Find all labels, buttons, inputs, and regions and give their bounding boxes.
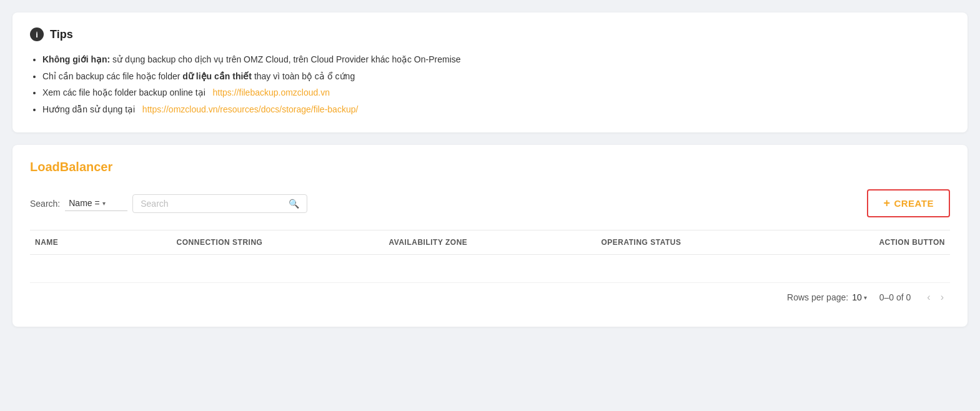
col-operating-status: OPERATING STATUS	[596, 238, 808, 247]
chevron-down-icon: ▾	[102, 200, 106, 207]
list-item: Không giới hạn: sử dụng backup cho dịch …	[42, 51, 950, 68]
rows-per-page: Rows per page: 10 ▾	[787, 292, 867, 302]
rows-value: 10	[852, 292, 862, 302]
search-label: Search:	[30, 199, 60, 209]
next-page-button[interactable]: ›	[937, 290, 948, 304]
section-title: LoadBalancer	[30, 160, 950, 174]
tips-card: i Tips Không giới hạn: sử dụng backup ch…	[12, 12, 968, 132]
tip-text-1: sử dụng backup cho dịch vụ trên OMZ Clou…	[112, 54, 460, 64]
main-card: LoadBalancer Search: Name = ▾ 🔍 + CREATE…	[12, 145, 968, 327]
rows-per-page-label: Rows per page:	[787, 292, 848, 302]
list-item: Chỉ cần backup các file hoặc folder dữ l…	[42, 68, 950, 85]
pagination-range: 0–0 of 0	[879, 292, 911, 302]
rows-per-page-select[interactable]: 10 ▾	[852, 292, 867, 302]
prev-page-button[interactable]: ‹	[923, 290, 934, 304]
tips-header: i Tips	[30, 27, 950, 41]
tips-title: Tips	[50, 28, 73, 41]
search-input-wrap: 🔍	[132, 194, 307, 213]
create-label: CREATE	[894, 198, 934, 209]
table-header: NAME CONNECTION STRING AVAILABILITY ZONE…	[30, 230, 950, 255]
docs-link[interactable]: https://omzcloud.vn/resources/docs/stora…	[142, 104, 359, 114]
col-action-button: ACTION BUTTON	[808, 238, 950, 247]
tips-list: Không giới hạn: sử dụng backup cho dịch …	[30, 51, 950, 117]
toolbar: Search: Name = ▾ 🔍 + CREATE	[30, 189, 950, 217]
filebackup-link[interactable]: https://filebackup.omzcloud.vn	[212, 87, 330, 97]
filter-label: Name =	[69, 198, 99, 208]
tip-bold-1: Không giới hạn:	[42, 54, 110, 64]
rows-chevron-icon: ▾	[864, 294, 867, 301]
col-name: NAME	[30, 238, 172, 247]
plus-icon: +	[883, 197, 890, 210]
search-input[interactable]	[141, 199, 284, 209]
create-button[interactable]: + CREATE	[867, 189, 950, 217]
list-item: Hướng dẫn sử dụng tại https://omzcloud.v…	[42, 101, 950, 118]
tip-text-2a: Chỉ cần backup các file hoặc folder	[42, 71, 182, 81]
info-icon: i	[30, 27, 44, 41]
filter-select[interactable]: Name = ▾	[65, 196, 127, 211]
table-footer: Rows per page: 10 ▾ 0–0 of 0 ‹ ›	[30, 282, 950, 312]
tip-bold-2: dữ liệu cần thiết	[182, 71, 252, 81]
search-icon: 🔍	[289, 199, 299, 209]
pagination-nav: ‹ ›	[923, 290, 948, 304]
tip-text-2b: thay vì toàn bộ cả ổ cứng	[254, 71, 355, 81]
tip-text-3: Xem các file hoặc folder backup online t…	[42, 87, 210, 97]
tip-text-4: Hướng dẫn sử dụng tại	[42, 104, 140, 114]
table-body	[30, 255, 950, 280]
search-area: Search: Name = ▾ 🔍	[30, 194, 307, 213]
list-item: Xem các file hoặc folder backup online t…	[42, 84, 950, 101]
col-availability-zone: AVAILABILITY ZONE	[384, 238, 596, 247]
col-connection-string: CONNECTION STRING	[172, 238, 384, 247]
